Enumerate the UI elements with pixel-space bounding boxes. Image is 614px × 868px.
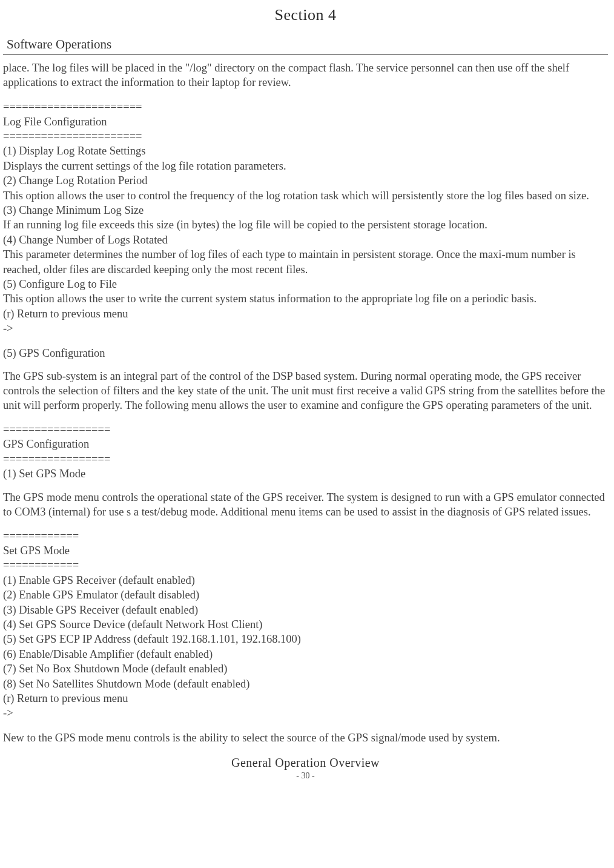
set-gps-mode-title: Set GPS Mode [3,543,608,558]
menu-item: (1) Enable GPS Receiver (default enabled… [3,573,608,588]
menu-item: (1) Display Log Rotate Settings [3,144,608,158]
menu-item-desc: Displays the current settings of the log… [3,159,608,173]
menu-item-desc: This option allows the user to write the… [3,291,608,306]
page-subtitle: Software Operations [7,36,608,53]
prompt-arrow: -> [3,321,608,336]
menu-item: (7) Set No Box Shutdown Mode (default en… [3,661,608,676]
divider-text: ================= [3,452,608,466]
menu-item: (3) Change Minimum Log Size [3,203,608,217]
menu-item: (8) Set No Satellites Shutdown Mode (def… [3,677,608,691]
prompt-arrow: -> [3,706,608,720]
divider-text: ================= [3,422,608,437]
menu-item-desc: This parameter determines the number of … [3,247,608,277]
menu-item: (5) Set GPS ECP IP Address (default 192.… [3,632,608,646]
menu-item: (4) Set GPS Source Device (default Netwo… [3,617,608,632]
menu-item: (3) Disable GPS Receiver (default enable… [3,603,608,617]
log-config-title: Log File Configuration [3,114,608,129]
divider-text: ============ [3,529,608,543]
page-footer: General Operation Overview - 30 - [3,755,608,781]
menu-item: (1) Set GPS Mode [3,466,608,481]
menu-item: (2) Enable GPS Emulator (default disable… [3,588,608,602]
gps-config-title: GPS Configuration [3,437,608,451]
menu-item: (4) Change Number of Logs Rotated [3,233,608,247]
gps-config-heading: (5) GPS Configuration [3,346,608,360]
divider-text: ====================== [3,129,608,144]
menu-item: (2) Change Log Rotation Period [3,173,608,188]
divider-line [3,54,608,55]
menu-item-desc: This option allows the user to control t… [3,188,608,203]
divider-text: ============ [3,558,608,572]
closing-paragraph: New to the GPS mode menu controls is the… [3,731,608,745]
divider-text: ====================== [3,99,608,114]
menu-item: (6) Enable/Disable Amplifier (default en… [3,647,608,661]
log-file-config-block: ====================== Log File Configur… [3,99,608,336]
gps-config-paragraph: The GPS sub-system is an integral part o… [3,369,608,412]
menu-item-desc: If an running log file exceeds this size… [3,217,608,232]
footer-page-number: - 30 - [3,770,608,781]
menu-item: (5) Configure Log to File [3,277,608,291]
set-gps-mode-block: ============ Set GPS Mode ============ (… [3,529,608,721]
gps-mode-paragraph: The GPS mode menu controls the operation… [3,490,608,519]
menu-item-return: (r) Return to previous menu [3,306,608,321]
menu-item-return: (r) Return to previous menu [3,691,608,706]
gps-config-block: ================= GPS Configuration ====… [3,422,608,482]
footer-title: General Operation Overview [3,755,608,770]
section-header: Section 4 [3,5,608,25]
intro-paragraph: place. The log files will be placed in t… [3,61,608,90]
